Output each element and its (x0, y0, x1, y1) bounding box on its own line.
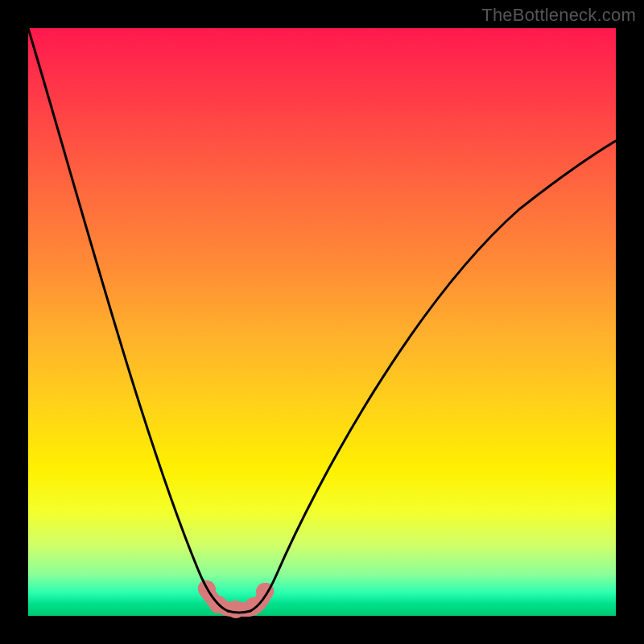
curve-left-branch (28, 28, 228, 611)
curve-right-branch (250, 141, 616, 611)
highlight-dot (227, 601, 245, 618)
chart-frame: TheBottleneck.com (0, 0, 644, 644)
watermark-text: TheBottleneck.com (481, 5, 636, 26)
chart-svg (28, 28, 616, 616)
